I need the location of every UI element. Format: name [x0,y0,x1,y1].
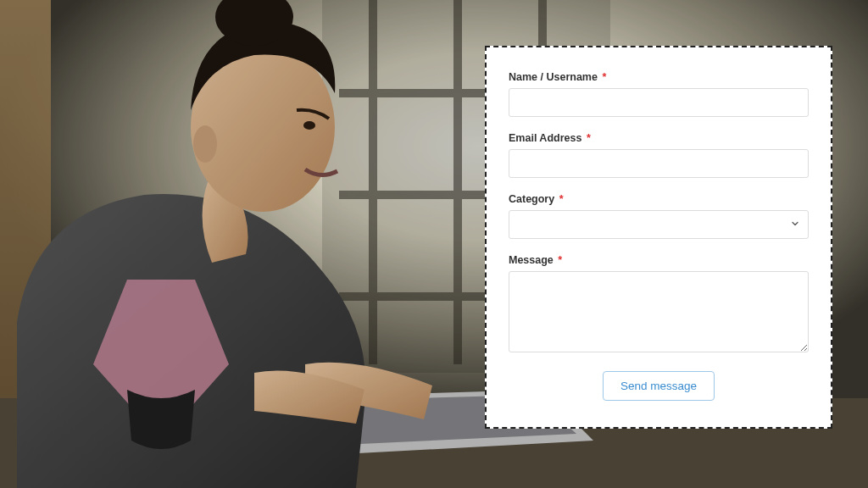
required-mark: * [559,193,564,205]
category-select-wrap [509,210,809,239]
required-mark: * [587,132,591,144]
screenshot-stage: Name / Username * Email Address * Catego… [0,0,868,488]
email-label-text: Email Address [509,132,581,144]
contact-form-panel: Name / Username * Email Address * Catego… [485,46,832,429]
send-message-button[interactable]: Send message [603,371,715,401]
category-label-text: Category [509,193,554,205]
name-input[interactable] [509,88,809,117]
field-name: Name / Username * [509,71,809,117]
name-label-text: Name / Username [509,71,598,83]
name-label: Name / Username * [509,71,809,83]
category-select[interactable] [509,210,809,239]
field-message: Message * [509,254,809,356]
message-label: Message * [509,254,809,266]
submit-row: Send message [509,371,809,401]
required-mark: * [602,71,606,83]
field-email: Email Address * [509,132,809,178]
category-label: Category * [509,193,809,205]
message-label-text: Message [509,254,554,266]
email-input[interactable] [509,149,809,178]
message-textarea[interactable] [509,271,809,352]
required-mark: * [558,254,562,266]
field-category: Category * [509,193,809,239]
email-label: Email Address * [509,132,809,144]
